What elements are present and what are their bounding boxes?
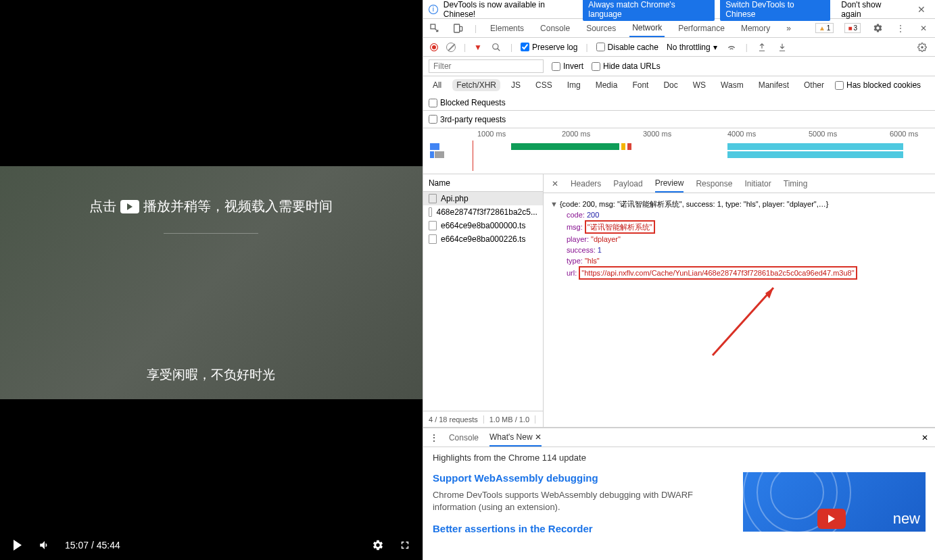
device-icon[interactable] <box>452 22 464 34</box>
tab-performance[interactable]: Performance <box>675 19 727 37</box>
tab-timing[interactable]: Timing <box>784 174 808 193</box>
request-size: 1.0 MB / 1.0 <box>484 415 535 424</box>
disable-cache-checkbox[interactable]: Disable cache <box>596 43 658 52</box>
whatsnew-heading-2[interactable]: Better assertions in the Recorder <box>433 523 729 534</box>
type-media[interactable]: Media <box>592 79 622 91</box>
type-img[interactable]: Img <box>563 79 585 91</box>
third-party-checkbox[interactable]: 3rd-party requests <box>429 115 506 124</box>
volume-button[interactable] <box>38 538 51 552</box>
dont-show-button[interactable]: Don't show again <box>836 0 908 21</box>
warning-badge[interactable]: ▲1 <box>815 23 834 33</box>
request-row[interactable]: 468e28747f3f72861ba2c5... <box>423 205 543 219</box>
timeline-bars <box>430 143 928 163</box>
type-js[interactable]: JS <box>507 79 525 91</box>
close-drawer-icon[interactable]: ✕ <box>921 433 928 442</box>
search-icon[interactable] <box>490 41 502 53</box>
drawer-kebab-icon[interactable]: ⋮ <box>430 433 438 442</box>
fullscreen-icon[interactable] <box>398 538 412 552</box>
tick-2000: 2000 ms <box>562 130 590 138</box>
inspect-icon[interactable] <box>429 22 441 34</box>
type-manifest[interactable]: Manifest <box>754 79 793 91</box>
preserve-log-checkbox[interactable]: Preserve log <box>521 43 577 52</box>
whatsnew-heading-1[interactable]: Support WebAssembly debugging <box>433 472 729 484</box>
drawer-tab-console[interactable]: Console <box>449 428 479 447</box>
tab-payload[interactable]: Payload <box>613 174 642 193</box>
close-infobar-icon[interactable]: ✕ <box>913 4 930 15</box>
type-all[interactable]: All <box>429 79 446 91</box>
type-wasm[interactable]: Wasm <box>717 79 748 91</box>
tab-preview[interactable]: Preview <box>655 174 684 193</box>
blocked-requests-checkbox[interactable]: Blocked Requests <box>429 98 506 107</box>
file-icon <box>429 234 437 244</box>
type-ws[interactable]: WS <box>689 79 710 91</box>
wifi-icon[interactable] <box>725 41 738 53</box>
tab-initiator[interactable]: Initiator <box>744 174 771 193</box>
video-player-panel: 点击 播放并稍等，视频载入需要时间 享受闲暇，不负好时光 15:07 / 45:… <box>0 0 423 560</box>
player-controls: 15:07 / 45:44 <box>0 530 423 560</box>
close-detail-icon[interactable]: ✕ <box>552 174 558 193</box>
type-fetch-xhr[interactable]: Fetch/XHR <box>452 79 500 91</box>
tab-response[interactable]: Response <box>696 174 732 193</box>
close-devtools-icon[interactable]: ✕ <box>917 22 930 34</box>
drawer-tabs: ⋮ Console What's New ✕ ✕ <box>423 428 935 447</box>
play-inline-icon <box>120 200 139 213</box>
video-hint-post: 播放并稍等，视频载入需要时间 <box>143 197 333 215</box>
gear-icon[interactable] <box>871 22 884 34</box>
detail-tabs: ✕ Headers Payload Preview Response Initi… <box>544 174 935 193</box>
tick-5000: 5000 ms <box>809 130 837 138</box>
request-row[interactable]: e664ce9e8ba000000.ts <box>423 219 543 232</box>
network-timeline[interactable]: 1000 ms 2000 ms 3000 ms 4000 ms 5000 ms … <box>423 128 935 174</box>
tab-headers[interactable]: Headers <box>571 174 601 193</box>
tabs-more-icon[interactable]: » <box>784 19 794 37</box>
gear-icon[interactable] <box>916 41 928 53</box>
error-badge[interactable]: ■3 <box>844 23 861 33</box>
tab-memory[interactable]: Memory <box>738 19 773 37</box>
tick-6000: 6000 ms <box>890 130 918 138</box>
match-language-button[interactable]: Always match Chrome's language <box>583 0 715 21</box>
annotation-msg-highlight: "诺讯智能解析系统" <box>585 220 655 234</box>
upload-icon[interactable] <box>756 41 768 53</box>
play-button[interactable] <box>11 538 24 552</box>
tab-network[interactable]: Network <box>629 19 665 37</box>
language-infobar: i DevTools is now available in Chinese! … <box>423 0 935 19</box>
blocked-cookies-checkbox[interactable]: Has blocked cookies <box>835 80 921 90</box>
tab-sources[interactable]: Sources <box>583 19 619 37</box>
svg-point-5 <box>921 46 924 49</box>
whatsnew-text-1: Chrome DevTools supports WebAssembly deb… <box>433 489 729 513</box>
throttling-select[interactable]: No throttling▾ <box>667 43 717 52</box>
request-footer: 4 / 18 requests 1.0 MB / 1.0 <box>423 411 543 427</box>
request-row[interactable]: e664ce9e8ba000226.ts <box>423 232 543 246</box>
new-label: new <box>893 510 920 528</box>
filter-input[interactable] <box>429 59 544 73</box>
invert-checkbox[interactable]: Invert <box>552 61 583 71</box>
type-css[interactable]: CSS <box>531 79 556 91</box>
video-hint-line2: 享受闲暇，不负好时光 <box>147 366 275 384</box>
drawer-tab-whatsnew[interactable]: What's New ✕ <box>489 428 542 447</box>
devtools-tabs: | Elements Console Sources Network Perfo… <box>423 19 935 38</box>
tab-elements[interactable]: Elements <box>487 19 527 37</box>
record-button[interactable] <box>430 43 438 51</box>
type-doc[interactable]: Doc <box>659 79 681 91</box>
annotation-arrow-icon <box>706 281 787 362</box>
name-column-header[interactable]: Name <box>423 174 543 192</box>
preview-body[interactable]: ▼ {code: 200, msg: "诺讯智能解析系统", success: … <box>544 193 935 427</box>
type-font[interactable]: Font <box>628 79 652 91</box>
filter-icon[interactable]: ▼ <box>474 43 482 52</box>
player-time: 15:07 / 45:44 <box>65 540 120 551</box>
request-row[interactable]: Api.php <box>423 192 543 205</box>
download-icon[interactable] <box>776 41 788 53</box>
kebab-icon[interactable]: ⋮ <box>894 22 907 34</box>
json-summary: {code: 200, msg: "诺讯智能解析系统", success: 1,… <box>560 200 829 208</box>
type-other[interactable]: Other <box>800 79 828 91</box>
clear-button[interactable] <box>446 43 456 52</box>
svg-rect-1 <box>454 24 460 32</box>
switch-chinese-button[interactable]: Switch DevTools to Chinese <box>720 0 830 21</box>
svg-line-6 <box>713 288 773 355</box>
close-whatsnew-icon[interactable]: ✕ <box>535 432 542 442</box>
file-icon <box>429 194 437 203</box>
whatsnew-thumbnail[interactable]: new <box>743 472 926 532</box>
tab-console[interactable]: Console <box>537 19 573 37</box>
settings-icon[interactable] <box>371 538 385 552</box>
highlights-title: Highlights from the Chrome 114 update <box>433 453 926 463</box>
hide-data-urls-checkbox[interactable]: Hide data URLs <box>592 61 661 71</box>
